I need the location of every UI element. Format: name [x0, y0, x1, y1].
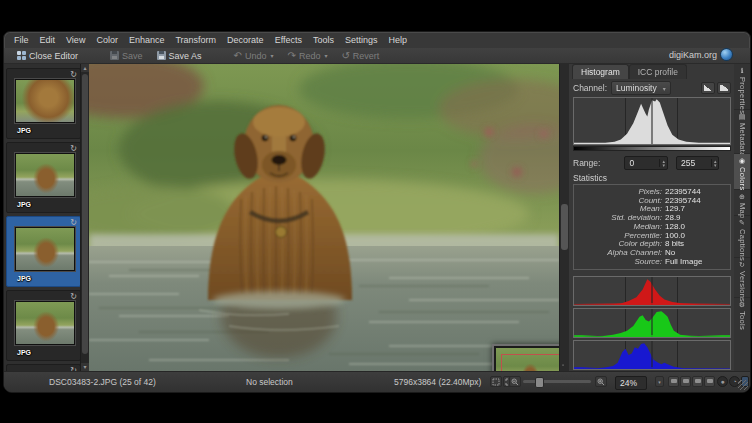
save-as-icon	[157, 51, 166, 60]
zoom-slider[interactable]	[523, 380, 591, 383]
menu-enhance[interactable]: Enhance	[129, 35, 165, 45]
tab-tools[interactable]: ⚙ Tools	[734, 298, 750, 328]
channel-dropdown[interactable]: Luminosity ▾	[611, 81, 671, 95]
colors-icon: ◉	[739, 157, 745, 165]
scrollbar-thumb[interactable]	[561, 204, 568, 250]
linear-scale-icon	[704, 85, 712, 91]
format-badge: JPG	[17, 275, 31, 282]
zoom-percent-spinbox[interactable]: 24%	[615, 376, 647, 390]
pan-navigation-overlay[interactable]	[492, 344, 559, 371]
right-sidebar-panel: Histogram ICC profile Channel: Luminosit…	[568, 64, 734, 371]
blue-channel-histogram	[573, 340, 731, 370]
menu-help[interactable]: Help	[389, 35, 408, 45]
menu-edit[interactable]: Edit	[40, 35, 56, 45]
linear-scale-button[interactable]	[701, 82, 715, 94]
tab-metadata[interactable]: ▤ Metadata	[734, 110, 750, 154]
version-badge-icon: ↻	[70, 144, 77, 153]
log-scale-button[interactable]	[717, 82, 731, 94]
chevron-down-icon: ▾	[663, 85, 666, 92]
chevron-down-icon: ▾	[658, 379, 661, 385]
spin-down-icon[interactable]: ▾	[662, 163, 665, 167]
editor-canvas-photo	[89, 64, 559, 371]
stat-value: Full Image	[665, 258, 702, 267]
zoom-in-button[interactable]	[595, 376, 607, 387]
redo-icon: ↷	[288, 51, 296, 60]
zoom-out-button[interactable]	[509, 376, 521, 387]
save-as-button[interactable]: Save As	[152, 50, 207, 62]
tab-versions[interactable]: ↻ Versions	[734, 258, 750, 298]
window-resize-grip[interactable]	[738, 380, 748, 390]
revert-icon: ↺	[341, 51, 349, 60]
thumbnail-sidebar: ↻ JPG ↻ JPG ↻ JPG ↻ JPG ↻ ▴ ▾	[4, 64, 90, 371]
version-badge-icon: ↻	[70, 292, 77, 301]
thumbnail-item-3-selected[interactable]: ↻ JPG	[6, 216, 81, 287]
menu-view[interactable]: View	[66, 35, 85, 45]
save-button[interactable]: Save	[105, 50, 148, 62]
tab-map[interactable]: ⊕ Map	[734, 190, 750, 216]
zoom-dropdown-button[interactable]: ▾	[655, 376, 664, 387]
thumbnail-item-2[interactable]: ↻ JPG	[6, 142, 81, 213]
select-all-button[interactable]	[490, 376, 502, 387]
visible-region-rectangle[interactable]	[501, 354, 559, 371]
redo-button[interactable]: ↷ Redo ▾	[283, 50, 333, 62]
format-badge: JPG	[17, 349, 31, 356]
tab-icc-profile[interactable]: ICC profile	[629, 64, 687, 79]
menu-bar: File Edit View Color Enhance Transform D…	[4, 32, 750, 48]
undo-dropdown-caret-icon[interactable]: ▾	[270, 52, 273, 59]
info-button[interactable]: ●	[717, 376, 728, 387]
red-channel-histogram	[573, 276, 731, 306]
scrollbar-thumb[interactable]	[82, 74, 88, 354]
range-max-spinbox[interactable]: 255 ▴▾	[676, 156, 720, 170]
menu-effects[interactable]: Effects	[275, 35, 302, 45]
tab-label: Captions	[738, 229, 747, 261]
save-icon	[110, 51, 119, 60]
statusbar-tool-button-3[interactable]	[692, 376, 703, 387]
scroll-up-icon[interactable]: ▴	[81, 64, 89, 72]
log-scale-icon	[720, 85, 728, 91]
tab-captions[interactable]: ✎ Captions	[734, 216, 750, 258]
thumbnail-image	[15, 227, 75, 271]
close-editor-label: Close Editor	[29, 51, 78, 61]
range-min-value: 0	[625, 158, 659, 168]
properties-icon: ℹ	[741, 67, 744, 75]
statusbar-tool-button-1[interactable]	[668, 376, 679, 387]
statusbar-tool-button-4[interactable]	[704, 376, 715, 387]
zoom-slider-handle[interactable]	[535, 377, 544, 388]
thumbnail-item-1[interactable]: ↻ JPG	[6, 68, 81, 139]
thumbnail-image	[15, 153, 75, 197]
thumbnail-item-4[interactable]: ↻ JPG	[6, 290, 81, 361]
luminosity-histogram[interactable]	[573, 97, 731, 145]
statistics-box: Pixels:22395744 Count:22395744 Mean:129.…	[573, 184, 731, 270]
tab-histogram[interactable]: Histogram	[572, 64, 629, 79]
menu-decorate[interactable]: Decorate	[227, 35, 264, 45]
tab-label: Tools	[738, 311, 747, 330]
menu-tools[interactable]: Tools	[313, 35, 334, 45]
menu-file[interactable]: File	[14, 35, 29, 45]
status-dimensions: 5796x3864 (22.40Mpx)	[394, 377, 481, 387]
status-bar: DSC03483-2.JPG (25 of 42) No selection 5…	[4, 371, 750, 392]
thumbnail-image	[15, 79, 75, 123]
menu-settings[interactable]: Settings	[345, 35, 378, 45]
thumbnail-scrollbar[interactable]: ▴ ▾	[80, 64, 89, 371]
revert-button[interactable]: ↺ Revert	[336, 50, 384, 62]
close-editor-button[interactable]: Close Editor	[12, 50, 83, 62]
green-channel-histogram	[573, 308, 731, 338]
scroll-down-icon[interactable]: ▾	[81, 363, 89, 371]
metadata-icon: ▤	[739, 113, 746, 121]
digikam-editor-window: File Edit View Color Enhance Transform D…	[3, 31, 751, 393]
redo-dropdown-caret-icon[interactable]: ▾	[324, 52, 327, 59]
tab-properties[interactable]: ℹ Properties	[734, 64, 750, 110]
spin-down-icon[interactable]: ▾	[714, 163, 717, 167]
brand-link[interactable]: digiKam.org	[669, 49, 732, 60]
statusbar-tool-button-2[interactable]	[680, 376, 691, 387]
tab-colors[interactable]: ◉ Colors	[734, 154, 750, 190]
range-min-spinbox[interactable]: 0 ▴▾	[624, 156, 668, 170]
undo-button[interactable]: ↶ Undo ▾	[229, 50, 279, 62]
status-filename: DSC03483-2.JPG (25 of 42)	[49, 377, 156, 387]
menu-transform[interactable]: Transform	[175, 35, 216, 45]
menu-color[interactable]: Color	[96, 35, 118, 45]
map-icon: ⊕	[739, 193, 745, 201]
range-max-value: 255	[677, 158, 711, 168]
zoom-percent-value: 24%	[616, 378, 646, 388]
range-label: Range:	[573, 158, 600, 168]
